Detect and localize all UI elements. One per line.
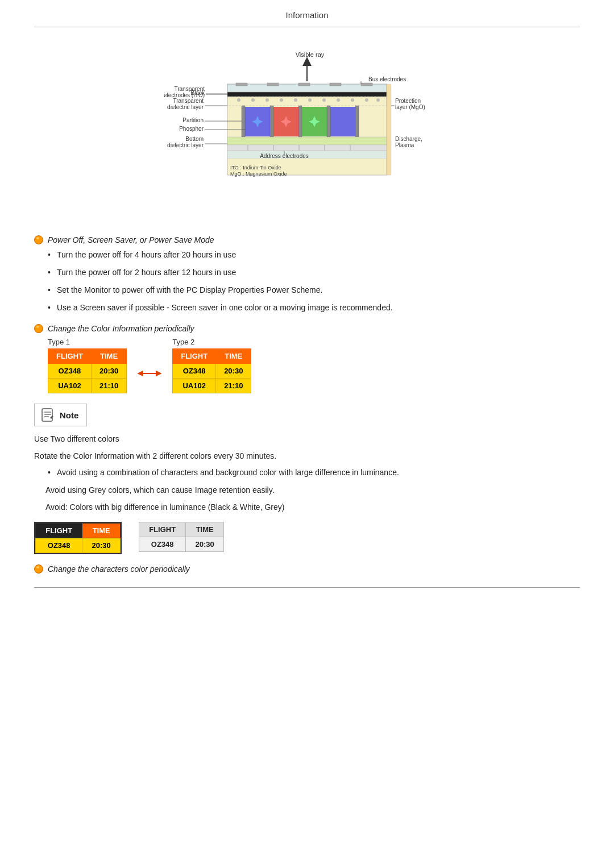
power-off-title-row: Power Off, Screen Saver, or Power Save M… xyxy=(34,235,580,244)
time-header: TIME xyxy=(91,349,126,364)
svg-rect-28 xyxy=(227,145,387,151)
svg-rect-15 xyxy=(242,106,245,137)
type-tables-row: Type 1 FLIGHT TIME OZ348 20:30 xyxy=(34,338,580,393)
note-label: Note xyxy=(60,410,78,420)
good-time-cell: 20:30 xyxy=(82,538,121,553)
svg-rect-37 xyxy=(267,83,279,86)
double-arrow-icon xyxy=(137,367,162,380)
svg-point-11 xyxy=(351,98,354,102)
type1-label: Type 1 xyxy=(48,338,127,346)
svg-text:MgO : Magnesium Oxide: MgO : Magnesium Oxide xyxy=(230,171,287,177)
svg-rect-18 xyxy=(327,106,330,137)
svg-rect-17 xyxy=(298,106,302,137)
page-title: Information xyxy=(285,10,328,20)
svg-rect-41 xyxy=(387,84,391,175)
bullet-item: Turn the power off for 2 hours after 12 … xyxy=(48,267,580,279)
pdp-diagram: Visible ray Transparent electrodes (ITO)… xyxy=(148,44,466,215)
bottom-tables-row: FLIGHT TIME OZ348 20:30 FLIGHT xyxy=(34,522,580,554)
diagram-section: Visible ray Transparent electrodes (ITO)… xyxy=(34,44,580,215)
visible-ray-label: Visible ray xyxy=(296,51,325,58)
svg-point-10 xyxy=(337,98,340,102)
page-header: Information xyxy=(34,0,580,27)
note-text3: Avoid using Grey colors, which can cause… xyxy=(34,484,580,497)
bad-flight-cell: OZ348 xyxy=(139,537,186,551)
change-chars-title: Change the characters color periodically xyxy=(48,564,190,574)
change-color-title-row: Change the Color Information periodicall… xyxy=(34,324,580,333)
svg-text:dielectric layer: dielectric layer xyxy=(167,142,204,148)
svg-text:Partition: Partition xyxy=(182,117,204,123)
type1-wrapper: Type 1 FLIGHT TIME OZ348 20:30 xyxy=(48,338,127,393)
power-off-section: Power Off, Screen Saver, or Power Save M… xyxy=(34,235,580,314)
note-icon xyxy=(40,408,55,422)
change-color-section: Change the Color Information periodicall… xyxy=(34,324,580,393)
note-bullet1: Avoid using a combination of characters … xyxy=(48,467,580,479)
type2-wrapper: Type 2 FLIGHT TIME OZ348 20:30 xyxy=(172,338,251,393)
orange-dot-icon-3 xyxy=(34,564,43,574)
svg-text:Black: Black xyxy=(191,90,205,96)
note-text4: Avoid: Colors with big difference in lum… xyxy=(34,501,580,514)
svg-rect-39 xyxy=(330,83,341,86)
change-chars-section: Change the characters color periodically xyxy=(34,564,580,574)
svg-rect-40 xyxy=(361,83,372,86)
flight-cell: UA102 xyxy=(48,379,92,393)
svg-point-4 xyxy=(251,98,255,102)
bullet-item: Turn the power off for 4 hours after 20 … xyxy=(48,249,580,261)
bullet-item: Set the Monitor to power off with the PC… xyxy=(48,284,580,296)
svg-rect-26 xyxy=(330,107,355,136)
bottom-rule xyxy=(34,587,580,588)
time-header: TIME xyxy=(216,349,251,364)
good-time-header: TIME xyxy=(82,523,121,538)
flight-cell: UA102 xyxy=(173,379,216,393)
arrow-col xyxy=(127,367,172,380)
svg-text:Protection: Protection xyxy=(395,98,421,104)
svg-point-8 xyxy=(308,98,312,102)
good-flight-header: FLIGHT xyxy=(36,523,82,538)
good-table-wrap: FLIGHT TIME OZ348 20:30 xyxy=(34,522,122,554)
change-chars-title-row: Change the characters color periodically xyxy=(34,564,580,574)
svg-text:Transparent: Transparent xyxy=(173,98,204,104)
bad-table-wrap: FLIGHT TIME OZ348 20:30 xyxy=(139,522,224,552)
type1-table: FLIGHT TIME OZ348 20:30 UA102 21:10 xyxy=(48,348,127,393)
bad-time-cell: 20:30 xyxy=(186,537,224,551)
type2-table: FLIGHT TIME OZ348 20:30 UA102 21:10 xyxy=(172,348,251,393)
time-cell: 21:10 xyxy=(91,379,126,393)
svg-rect-16 xyxy=(270,106,273,137)
note-box: Note xyxy=(34,404,87,426)
orange-dot-icon xyxy=(34,235,43,244)
svg-point-13 xyxy=(376,98,380,102)
svg-text:Bottom: Bottom xyxy=(185,136,204,142)
good-flight-cell: OZ348 xyxy=(36,538,82,553)
svg-text:Plasma: Plasma xyxy=(395,142,414,148)
svg-point-5 xyxy=(265,98,269,102)
svg-point-7 xyxy=(294,98,297,102)
bad-time-header: TIME xyxy=(186,522,224,537)
bad-flight-header: FLIGHT xyxy=(139,522,186,537)
note-header-block: Note xyxy=(34,404,580,426)
flight-header: FLIGHT xyxy=(173,349,216,364)
type2-label: Type 2 xyxy=(172,338,251,346)
svg-point-12 xyxy=(365,98,368,102)
bad-table: FLIGHT TIME OZ348 20:30 xyxy=(139,522,224,552)
change-color-title: Change the Color Information periodicall… xyxy=(48,324,194,333)
svg-text:ITO : Indium Tin Oxide: ITO : Indium Tin Oxide xyxy=(230,165,281,171)
bullet-item: Use a Screen saver if possible - Screen … xyxy=(48,302,580,314)
time-cell: 20:30 xyxy=(216,364,251,379)
svg-text:Bus electrodes: Bus electrodes xyxy=(368,76,406,82)
time-cell: 20:30 xyxy=(91,364,126,379)
svg-text:Phosphor: Phosphor xyxy=(179,126,204,132)
svg-text:Discharge,: Discharge, xyxy=(395,136,422,142)
note-text1: Use Two different colors xyxy=(34,433,580,446)
good-table: FLIGHT TIME OZ348 20:30 xyxy=(35,523,121,553)
svg-rect-36 xyxy=(236,83,247,86)
svg-rect-38 xyxy=(298,83,310,86)
flight-header: FLIGHT xyxy=(48,349,92,364)
svg-rect-2 xyxy=(227,92,387,97)
orange-dot-icon-2 xyxy=(34,324,43,333)
svg-rect-69 xyxy=(42,409,52,421)
svg-rect-19 xyxy=(355,106,359,137)
svg-text:layer (MgO): layer (MgO) xyxy=(395,104,425,110)
page: Information xyxy=(0,0,614,622)
svg-rect-27 xyxy=(227,137,387,145)
flight-cell: OZ348 xyxy=(48,364,92,379)
svg-point-3 xyxy=(237,98,240,102)
